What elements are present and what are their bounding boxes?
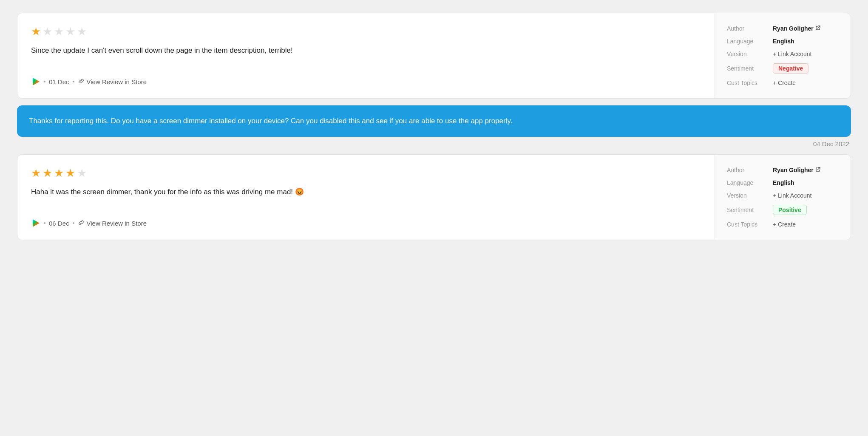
svg-marker-0 xyxy=(33,78,40,85)
review-footer-2: 06 Dec View Review in Store xyxy=(31,218,701,228)
star-5: ★ xyxy=(77,25,87,38)
review-right-1: Author Ryan Goligher Language English Ve… xyxy=(715,13,851,98)
star-rating: ★★★★★ xyxy=(31,25,701,38)
cust-topics-row: Cust Topics + Create xyxy=(727,79,839,86)
review-card-1: ★★★★★ Since the update I can't even scro… xyxy=(17,13,851,99)
link-icon xyxy=(78,219,85,227)
play-store-icon xyxy=(31,218,40,228)
dot-separator xyxy=(44,222,45,224)
version-row: Version + Link Account xyxy=(727,192,839,199)
star-rating: ★★★★★ xyxy=(31,167,701,180)
star-4: ★ xyxy=(65,25,75,38)
version-label: Version xyxy=(727,51,769,57)
dot-separator-2 xyxy=(73,81,74,82)
review-text-1: Since the update I can't even scroll dow… xyxy=(31,45,701,67)
svg-marker-1 xyxy=(33,219,40,227)
language-label: Language xyxy=(727,38,769,45)
author-name[interactable]: Ryan Goligher xyxy=(773,167,821,173)
version-value[interactable]: + Link Account xyxy=(773,51,811,57)
star-3: ★ xyxy=(54,25,64,38)
author-row: Author Ryan Goligher xyxy=(727,167,839,173)
dot-separator-2 xyxy=(73,222,74,224)
create-topic-link[interactable]: + Create xyxy=(773,79,796,86)
review-footer-1: 01 Dec View Review in Store xyxy=(31,77,701,86)
review-right-2: Author Ryan Goligher Language English Ve… xyxy=(715,155,851,240)
star-1: ★ xyxy=(31,167,41,180)
language-row: Language English xyxy=(727,179,839,186)
view-review-link-2[interactable]: View Review in Store xyxy=(78,219,147,227)
version-label: Version xyxy=(727,192,769,199)
language-label: Language xyxy=(727,179,769,186)
cust-topics-label: Cust Topics xyxy=(727,221,769,228)
star-2: ★ xyxy=(43,25,52,38)
author-label: Author xyxy=(727,167,769,173)
reviews-container: ★★★★★ Since the update I can't even scro… xyxy=(17,13,851,240)
sentiment-row: Sentiment Negative xyxy=(727,63,839,74)
star-4: ★ xyxy=(65,167,75,180)
dot-separator xyxy=(44,81,45,82)
author-label: Author xyxy=(727,25,769,32)
sentiment-badge: Positive xyxy=(773,205,807,215)
external-link-icon xyxy=(815,167,821,173)
star-5: ★ xyxy=(77,167,87,180)
review-left-1: ★★★★★ Since the update I can't even scro… xyxy=(17,13,715,98)
cust-topics-row: Cust Topics + Create xyxy=(727,221,839,228)
view-link-label-1: View Review in Store xyxy=(87,78,147,85)
review-date-2: 06 Dec xyxy=(49,220,69,227)
language-row: Language English xyxy=(727,38,839,45)
sentiment-label: Sentiment xyxy=(727,207,769,213)
author-row: Author Ryan Goligher xyxy=(727,25,839,32)
sentiment-badge: Negative xyxy=(773,63,808,74)
language-value: English xyxy=(773,38,794,45)
external-link-icon xyxy=(815,25,821,32)
review-left-2: ★★★★★ Haha it was the screen dimmer, tha… xyxy=(17,155,715,240)
version-row: Version + Link Account xyxy=(727,51,839,57)
author-name[interactable]: Ryan Goligher xyxy=(773,25,821,32)
language-value: English xyxy=(773,179,794,186)
version-value[interactable]: + Link Account xyxy=(773,192,811,199)
play-store-icon xyxy=(31,77,40,86)
link-icon xyxy=(78,78,85,86)
sentiment-label: Sentiment xyxy=(727,65,769,72)
review-text-2: Haha it was the screen dimmer, thank you… xyxy=(31,187,701,208)
sentiment-row: Sentiment Positive xyxy=(727,205,839,215)
star-3: ★ xyxy=(54,167,64,180)
reply-bubble-1: Thanks for reporting this. Do you have a… xyxy=(17,105,851,137)
view-review-link-1[interactable]: View Review in Store xyxy=(78,78,147,86)
view-link-label-2: View Review in Store xyxy=(87,220,147,227)
review-card-2: ★★★★★ Haha it was the screen dimmer, tha… xyxy=(17,154,851,240)
reply-text-1: Thanks for reporting this. Do you have a… xyxy=(29,116,839,127)
star-2: ★ xyxy=(43,167,52,180)
create-topic-link[interactable]: + Create xyxy=(773,221,796,228)
cust-topics-label: Cust Topics xyxy=(727,79,769,86)
star-1: ★ xyxy=(31,25,41,38)
reply-date-1: 04 Dec 2022 xyxy=(17,140,851,147)
review-date-1: 01 Dec xyxy=(49,78,69,85)
